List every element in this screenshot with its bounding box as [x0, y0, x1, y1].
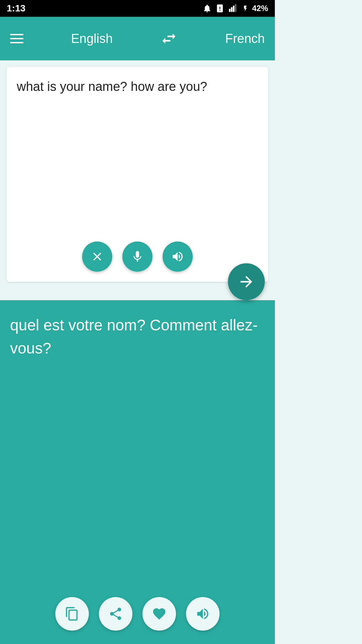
alarm-icon	[202, 4, 212, 13]
output-action-buttons	[55, 597, 220, 631]
translate-button-wrap	[0, 263, 275, 300]
output-section: quel est votre nom? Comment allez-vous?	[0, 300, 275, 644]
charging-icon	[242, 4, 249, 13]
main-content: quel est votre nom? Comment allez-vous?	[0, 60, 275, 644]
signal-icon	[228, 4, 239, 13]
copy-button[interactable]	[55, 597, 89, 631]
favorite-button[interactable]	[142, 597, 176, 631]
translated-text: quel est votre nom? Comment allez-vous?	[10, 314, 265, 360]
svg-rect-0	[229, 9, 231, 12]
speak-translation-button[interactable]	[186, 597, 220, 631]
menu-button[interactable]	[10, 34, 23, 43]
sim-icon	[215, 4, 225, 13]
status-bar: 1:13 42%	[0, 0, 275, 17]
svg-rect-1	[231, 7, 233, 12]
battery-display: 42%	[252, 4, 268, 13]
translate-button[interactable]	[228, 263, 265, 300]
svg-rect-3	[235, 4, 237, 12]
swap-languages-button[interactable]	[160, 30, 178, 47]
input-section	[7, 67, 268, 282]
share-button[interactable]	[99, 597, 132, 631]
time-display: 1:13	[7, 3, 25, 14]
app-toolbar: English French	[0, 17, 275, 60]
target-language-button[interactable]: French	[225, 32, 265, 46]
source-text-input[interactable]	[17, 77, 258, 211]
status-icons: 42%	[202, 4, 268, 13]
source-language-button[interactable]: English	[71, 32, 113, 46]
svg-rect-2	[233, 6, 235, 12]
